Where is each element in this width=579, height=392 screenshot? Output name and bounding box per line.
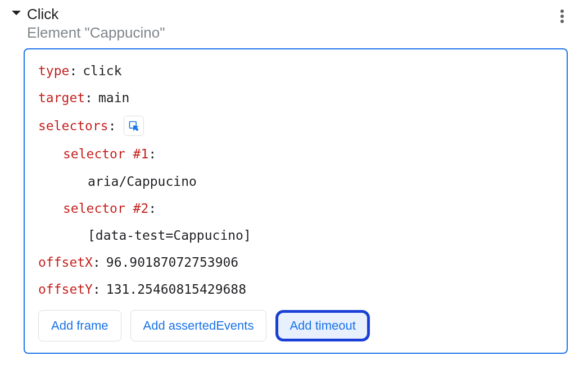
selector-label: selector #1 [63,145,148,163]
property-value: 131.25460815429688 [106,280,246,298]
add-frame-button[interactable]: Add frame [38,310,121,341]
more-menu-button[interactable] [557,6,568,29]
property-target[interactable]: target: main [38,89,553,107]
element-picker-button[interactable] [124,116,144,136]
selector-value: [data-test=Cappucino] [88,226,251,244]
chevron-down-icon [11,9,21,17]
property-selectors[interactable]: selectors: [38,116,553,136]
property-value: main [98,89,129,107]
step-title: Click [27,6,165,23]
add-asserted-events-button[interactable]: Add assertedEvents [130,310,267,341]
property-value: 96.90187072753906 [106,253,238,271]
property-offsetx[interactable]: offsetX: 96.90187072753906 [38,253,553,271]
property-key: type [38,62,69,80]
title-group: Click Element "Cappucino" [27,6,165,42]
property-key: offsetY [38,280,93,298]
more-vert-icon [560,9,564,24]
property-key: selectors [38,117,108,135]
svg-point-1 [560,15,564,18]
selector-item[interactable]: selector #2: [38,199,553,217]
add-timeout-button[interactable]: Add timeout [275,310,369,341]
svg-point-0 [560,10,564,13]
svg-point-2 [560,20,564,23]
selector-value: aria/Cappucino [88,172,197,190]
button-row: Add frame Add assertedEvents Add timeout [38,310,553,341]
property-value: click [83,62,121,80]
selector-value-row[interactable]: [data-test=Cappucino] [38,226,553,244]
step-subtitle: Element "Cappucino" [27,24,165,42]
property-key: offsetX [38,253,93,271]
step-header: Click Element "Cappucino" [11,6,568,42]
selector-value-row[interactable]: aria/Cappucino [38,172,553,190]
property-offsety[interactable]: offsetY: 131.25460815429688 [38,280,553,298]
selector-item[interactable]: selector #1: [38,145,553,163]
element-picker-icon [128,120,139,131]
selector-label: selector #2 [63,199,148,217]
step-header-left: Click Element "Cappucino" [11,6,165,42]
property-key: target [38,89,85,107]
property-type[interactable]: type: click [38,62,553,80]
step-details-panel: type: click target: main selectors: sele… [24,48,568,354]
collapse-toggle[interactable] [11,9,21,19]
